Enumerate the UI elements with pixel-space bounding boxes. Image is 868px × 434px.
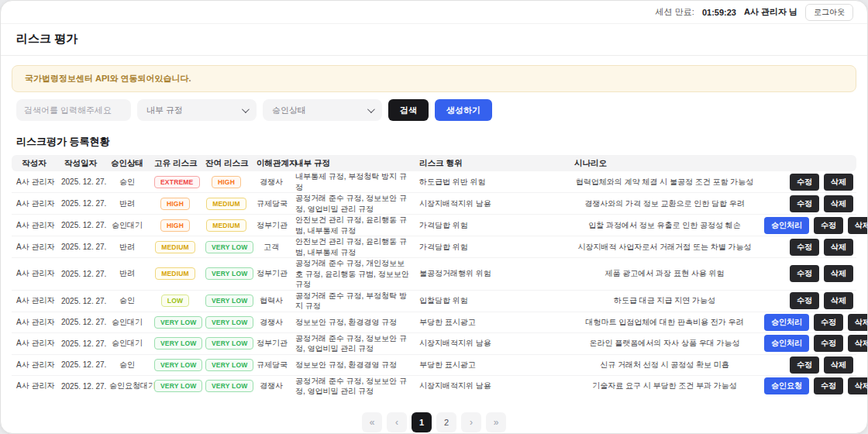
- cell-status: 승인: [105, 177, 150, 188]
- table-row: A사 관리자 2025. 12. 27. 승인대기 VERY LOW VERY …: [12, 312, 856, 333]
- delete-button[interactable]: 삭제: [848, 335, 868, 352]
- cell-regulation: 공정거래 준수 규정, 개인정보보호 규정, 윤리행동 규범, 정보보안 규정: [291, 258, 415, 290]
- create-button[interactable]: 생성하기: [435, 99, 492, 121]
- edit-button[interactable]: 수정: [814, 217, 843, 234]
- delete-button[interactable]: 삭제: [848, 314, 868, 331]
- chevron-down-icon: [367, 105, 375, 113]
- cell-date: 2025. 12. 27.: [57, 270, 105, 278]
- row-actions: 수정삭제: [760, 265, 856, 282]
- delete-button[interactable]: 삭제: [824, 174, 853, 191]
- cell-risk-act: 시장지배적지위 남용: [415, 198, 570, 209]
- cell-status: 반려: [105, 242, 150, 253]
- pagination-page-button[interactable]: 2: [436, 412, 456, 432]
- delete-button[interactable]: 삭제: [824, 195, 853, 212]
- edit-button[interactable]: 수정: [790, 239, 819, 256]
- edit-button[interactable]: 수정: [790, 195, 819, 212]
- residual-risk-badge: VERY LOW: [205, 267, 253, 280]
- cell-scenario: 대형마트 입점업체에 대한 판촉비용 전가 우려: [570, 317, 760, 328]
- row-actions: 수정삭제: [760, 239, 856, 256]
- inherent-risk-badge: VERY LOW: [154, 337, 202, 350]
- chevron-down-icon: [242, 105, 250, 113]
- search-button[interactable]: 검색: [388, 99, 429, 121]
- row-actions: 수정삭제: [760, 356, 856, 374]
- cell-status: 반려: [105, 198, 150, 209]
- cell-date: 2025. 12. 27.: [57, 243, 105, 251]
- regulation-select-value: 내부 규정: [146, 105, 183, 116]
- row-actions: 승인처리수정삭제: [760, 217, 868, 234]
- table-row: A사 관리자 2025. 12. 27. 승인대기 VERY LOW VERY …: [12, 333, 856, 355]
- search-input[interactable]: [16, 99, 131, 121]
- delete-button[interactable]: 삭제: [824, 239, 853, 256]
- row-actions: 수정삭제: [760, 174, 856, 191]
- residual-risk-badge: VERY LOW: [205, 316, 253, 329]
- header-stakeholder: 이해관계자: [252, 158, 291, 169]
- edit-button[interactable]: 수정: [790, 174, 819, 191]
- cell-date: 2025. 12. 27.: [57, 177, 105, 186]
- cell-regulation: 공정거래 준수 규정, 정보보안 규정, 영업비밀 관리 규정: [291, 193, 415, 214]
- cell-author: A사 관리자: [12, 360, 57, 370]
- table-row: A사 관리자 2025. 12. 27. 반려 MEDIUM VERY LOW …: [12, 258, 856, 291]
- pagination-prev-button[interactable]: ‹: [387, 412, 407, 432]
- pagination-last-button[interactable]: »: [486, 412, 506, 432]
- cell-regulation: 정보보안 규정, 환경경영 규정: [291, 360, 415, 370]
- row-actions: 수정삭제: [760, 195, 856, 212]
- table-row: A사 관리자 2025. 12. 27. 반려 HIGH MEDIUM 규제당국…: [12, 193, 856, 215]
- row-actions: 승인처리수정삭제: [760, 335, 868, 352]
- delete-button[interactable]: 삭제: [848, 377, 868, 394]
- cell-author: A사 관리자: [12, 295, 57, 306]
- cell-risk-act: 시장지배적지위 남용: [415, 381, 570, 391]
- table-header-row: 작성자 작성일자 승인상태 고유 리스크 잔여 리스크 이해관계자 내부 규정 …: [12, 155, 856, 171]
- pagination-pages: 12: [412, 412, 456, 432]
- delete-button[interactable]: 삭제: [824, 265, 853, 282]
- delete-button[interactable]: 삭제: [824, 356, 853, 374]
- approval-action-button[interactable]: 승인처리: [764, 314, 809, 331]
- pagination-next-button[interactable]: ›: [461, 412, 481, 432]
- edit-button[interactable]: 수정: [814, 377, 843, 394]
- table-row: A사 관리자 2025. 12. 27. 승인 VERY LOW VERY LO…: [12, 355, 856, 376]
- approval-action-button[interactable]: 승인처리: [764, 335, 809, 352]
- residual-risk-badge: VERY LOW: [205, 380, 253, 392]
- residual-risk-badge: MEDIUM: [206, 198, 246, 210]
- cell-risk-act: 불공정거래행위 위험: [415, 268, 570, 279]
- row-actions: 승인요청수정삭제: [760, 377, 868, 394]
- cell-regulation: 공정거래 준수 규정, 정보보안 규정, 영업비밀 관리 규정: [291, 376, 415, 397]
- cell-scenario: 온라인 플랫폼에서의 자사 상품 우대 가능성: [570, 338, 760, 349]
- cell-risk-act: 가격담합 위험: [415, 220, 570, 231]
- cell-regulation: 안전보건 관리 규정, 윤리행동 규범, 내부통제 규정: [291, 215, 415, 236]
- cell-status: 승인대기: [105, 220, 150, 231]
- header-scenario: 시나리오: [570, 158, 760, 169]
- edit-button[interactable]: 수정: [790, 356, 819, 374]
- cell-scenario: 기술자료 요구 시 부당한 조건 부과 가능성: [570, 381, 760, 391]
- approval-action-button[interactable]: 승인요청: [764, 377, 809, 394]
- cell-stakeholder: 고객: [252, 242, 291, 253]
- approval-action-button[interactable]: 승인처리: [764, 217, 809, 234]
- edit-button[interactable]: 수정: [814, 314, 843, 331]
- regulation-select[interactable]: 내부 규정: [137, 99, 257, 121]
- delete-button[interactable]: 삭제: [824, 292, 853, 309]
- pagination-first-button[interactable]: «: [362, 412, 382, 432]
- residual-risk-badge: VERY LOW: [205, 294, 253, 307]
- approval-status-select[interactable]: 승인상태: [263, 99, 382, 121]
- edit-button[interactable]: 수정: [790, 265, 819, 282]
- residual-risk-badge: VERY LOW: [205, 359, 253, 371]
- table-row: A사 관리자 2025. 12. 27. 승인대기 HIGH MEDIUM 정부…: [12, 215, 856, 236]
- edit-button[interactable]: 수정: [790, 292, 819, 309]
- edit-button[interactable]: 수정: [814, 335, 843, 352]
- cell-scenario: 제품 광고에서 과장 표현 사용 위험: [570, 268, 760, 279]
- delete-button[interactable]: 삭제: [848, 217, 868, 234]
- api-alert-banner: 국가법령정보센터 API와 연동되어있습니다.: [12, 65, 856, 92]
- pagination-page-button[interactable]: 1: [412, 412, 432, 432]
- cell-date: 2025. 12. 27.: [57, 318, 105, 326]
- header-inherent-risk: 고유 리스크: [150, 158, 201, 169]
- table-body: A사 관리자 2025. 12. 27. 승인 EXTREME HIGH 경쟁사…: [12, 171, 856, 397]
- cell-regulation: 공정거래 준수 규정, 부정청탁 방지 규정: [291, 291, 415, 312]
- cell-status: 승인요청대기: [105, 381, 150, 391]
- user-name: A사 관리자 님: [744, 6, 797, 18]
- inherent-risk-badge: EXTREME: [154, 176, 200, 188]
- app-window: 세션 만료: 01:59:23 A사 관리자 님 로그아웃 리스크 평가 국가법…: [0, 0, 868, 434]
- cell-status: 승인대기: [105, 317, 150, 328]
- cell-date: 2025. 12. 27.: [57, 199, 105, 208]
- logout-button[interactable]: 로그아웃: [805, 4, 853, 21]
- inherent-risk-badge: VERY LOW: [154, 316, 202, 329]
- cell-stakeholder: 경쟁사: [252, 177, 291, 188]
